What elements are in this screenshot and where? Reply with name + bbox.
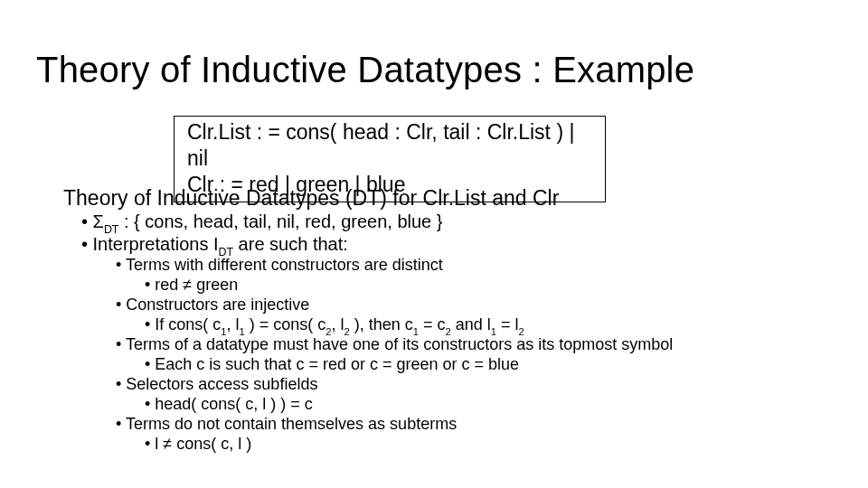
- sigma-suffix: : { cons, head, tail, nil, red, green, b…: [118, 211, 442, 231]
- point-selectors-example: • head( cons( c, l ) ) = c: [145, 395, 313, 415]
- point-topmost-example: • Each c is such that c = red or c = gre…: [145, 355, 519, 375]
- inj-t3: , l: [332, 315, 344, 333]
- point-injective-example: • If cons( c1, l1 ) = cons( c2, l2 ), th…: [145, 315, 524, 337]
- inj-t4: ), then c: [350, 315, 413, 333]
- point-injective: • Constructors are injective: [116, 296, 309, 315]
- section-heading: Theory of Inductive Datatypes (DT) for C…: [63, 185, 559, 211]
- slide: Theory of Inductive Datatypes : Example …: [0, 0, 868, 488]
- inj-t5: = c: [419, 315, 446, 333]
- inj-t1: , l: [227, 315, 240, 333]
- point-selectors: • Selectors access subfields: [116, 375, 317, 395]
- definition-line-1: Clr.List : = cons( head : Clr, tail : Cl…: [187, 119, 594, 172]
- point-no-self-example: • l ≠ cons( c, l ): [145, 435, 251, 455]
- point-distinct-example: • red ≠ green: [145, 276, 238, 296]
- interp-prefix: • Interpretations I: [81, 234, 219, 254]
- slide-title: Theory of Inductive Datatypes : Example: [36, 50, 694, 90]
- inj-t7: = l: [496, 315, 519, 333]
- inj-t2: ) = cons( c: [245, 315, 326, 333]
- inj-t0: • If cons( c: [145, 315, 221, 333]
- point-topmost: • Terms of a datatype must have one of i…: [116, 335, 673, 355]
- interp-suffix: are such that:: [233, 234, 348, 254]
- point-no-self: • Terms do not contain themselves as sub…: [116, 415, 457, 435]
- inj-t6: and l: [451, 315, 491, 333]
- sigma-prefix: • Σ: [81, 211, 104, 231]
- point-distinct: • Terms with different constructors are …: [116, 256, 443, 276]
